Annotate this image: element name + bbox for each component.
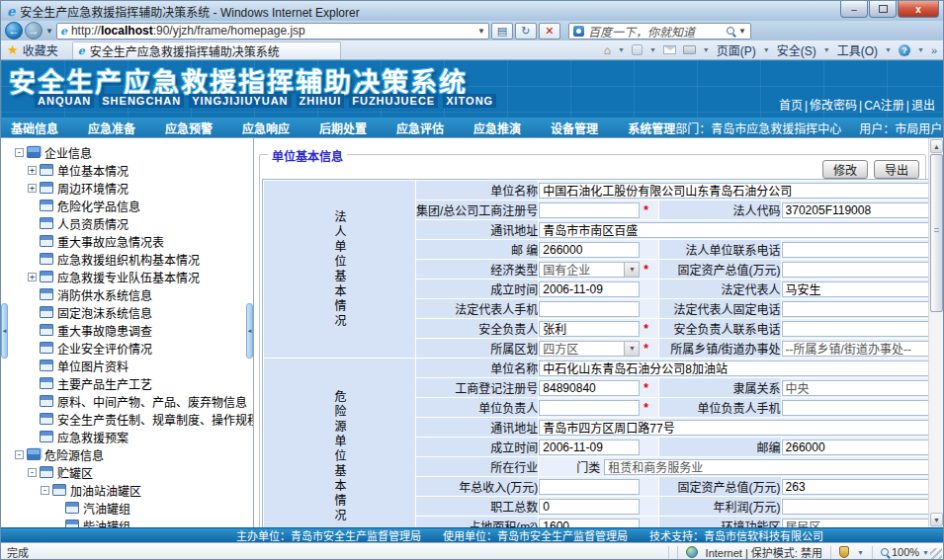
- field-input[interactable]: [782, 479, 943, 495]
- field-input[interactable]: [539, 281, 640, 297]
- field-input[interactable]: [782, 321, 943, 337]
- field-input[interactable]: [782, 400, 943, 416]
- field-input[interactable]: [782, 301, 943, 317]
- tree-item[interactable]: -加油站油罐区: [1, 481, 253, 499]
- tree-item[interactable]: 单位图片资料: [1, 357, 253, 374]
- menu-item-4[interactable]: 后期处置: [319, 120, 367, 136]
- help-icon[interactable]: ?: [899, 44, 910, 56]
- header-link-1[interactable]: 修改密码: [810, 99, 857, 113]
- chevron-down-icon[interactable]: ▼: [624, 342, 639, 356]
- field-input[interactable]: [539, 499, 640, 515]
- field-input[interactable]: [782, 440, 943, 455]
- menu-item-5[interactable]: 应急评估: [396, 120, 444, 136]
- modify-button[interactable]: 修改: [822, 160, 868, 179]
- safety-menu[interactable]: 安全(S): [777, 41, 816, 58]
- field-input[interactable]: [539, 242, 640, 258]
- tree-item[interactable]: +单位基本情况: [1, 161, 253, 179]
- tree-item[interactable]: 人员资质情况: [1, 214, 253, 232]
- field-input[interactable]: [539, 301, 640, 317]
- field-input[interactable]: [782, 499, 943, 515]
- browser-tab[interactable]: e 安全生产应急救援指挥辅助决策系统: [72, 41, 341, 59]
- tree-item[interactable]: +应急救援专业队伍基本情况: [1, 268, 253, 285]
- overflow-chevron-icon[interactable]: »: [931, 44, 937, 56]
- field-input[interactable]: [539, 380, 640, 396]
- refresh-button[interactable]: ↻: [515, 23, 537, 40]
- address-dropdown-icon[interactable]: ▼: [477, 27, 485, 36]
- home-dropdown-icon[interactable]: ▼: [618, 46, 625, 53]
- expand-icon[interactable]: +: [28, 166, 37, 175]
- content-scrollbar[interactable]: ▲ ▼: [928, 138, 943, 527]
- tree-item[interactable]: -贮罐区: [1, 463, 253, 481]
- tree-item[interactable]: 柴油罐组: [1, 517, 253, 527]
- favorites-label[interactable]: 收藏夹: [23, 41, 58, 58]
- resize-grip[interactable]: [930, 548, 942, 560]
- field-input[interactable]: [782, 281, 943, 297]
- scrollbar-thumb[interactable]: [930, 154, 943, 312]
- field-input[interactable]: [539, 183, 943, 199]
- collapse-icon[interactable]: -: [15, 148, 24, 157]
- field-input[interactable]: [539, 420, 943, 436]
- field-input[interactable]: [539, 202, 640, 218]
- tree-item[interactable]: 固定泡沫系统信息: [1, 303, 253, 321]
- mail-icon[interactable]: [663, 45, 676, 54]
- minimize-button[interactable]: –: [840, 1, 868, 18]
- field-input[interactable]: [782, 262, 943, 278]
- field-select[interactable]: 中央▼: [782, 380, 943, 396]
- tree-item[interactable]: 企业安全评价情况: [1, 339, 253, 357]
- favorites-star-icon[interactable]: ★: [7, 42, 19, 57]
- close-button[interactable]: x: [898, 1, 939, 18]
- chevron-down-icon[interactable]: ▼: [624, 263, 639, 277]
- field-input[interactable]: [539, 479, 640, 495]
- field-input[interactable]: [782, 202, 943, 218]
- tree-item[interactable]: 汽油罐组: [1, 499, 253, 517]
- tree-item[interactable]: -危险源信息: [1, 445, 253, 463]
- collapse-icon[interactable]: -: [15, 450, 24, 459]
- feeds-dropdown-icon[interactable]: ▼: [649, 46, 656, 53]
- smartscreen-shield-icon[interactable]: [839, 546, 849, 558]
- export-button[interactable]: 导出: [874, 160, 919, 179]
- tree-item[interactable]: -企业信息: [1, 143, 253, 161]
- field-input[interactable]: [539, 400, 640, 416]
- expand-icon[interactable]: +: [28, 184, 37, 193]
- panel-collapse-handle-left[interactable]: ◄: [1, 303, 8, 359]
- tree-item[interactable]: 重大事故隐患调查: [1, 321, 253, 339]
- search-box[interactable]: 百度一下，你就知道 ▼: [568, 23, 751, 40]
- menu-item-3[interactable]: 应急响应: [242, 120, 290, 136]
- menu-item-7[interactable]: 设备管理: [551, 120, 598, 136]
- scroll-down-icon[interactable]: ▼: [930, 513, 943, 526]
- menu-item-8[interactable]: 系统管理: [628, 120, 675, 136]
- field-select[interactable]: 国有企业▼: [539, 262, 640, 278]
- field-input[interactable]: [539, 321, 640, 337]
- zoom-control[interactable]: 100% ▼: [881, 546, 929, 558]
- feeds-icon[interactable]: [632, 44, 643, 55]
- menu-item-6[interactable]: 应急推演: [473, 120, 521, 136]
- header-link-2[interactable]: CA注册: [864, 99, 904, 113]
- tree-item[interactable]: 危险化学品信息: [1, 197, 253, 214]
- scroll-up-icon[interactable]: ▲: [930, 139, 943, 153]
- tree-item[interactable]: 安全生产责任制、规章制度、操作规程信息: [1, 410, 253, 428]
- field-input[interactable]: [782, 242, 943, 258]
- menu-item-1[interactable]: 应急准备: [88, 120, 135, 136]
- header-link-0[interactable]: 首页: [779, 99, 803, 113]
- search-dropdown-icon[interactable]: ▼: [738, 27, 746, 36]
- back-button[interactable]: ←: [5, 22, 23, 40]
- zoom-dropdown-icon[interactable]: ▼: [922, 549, 929, 556]
- print-dropdown-icon[interactable]: ▼: [703, 46, 710, 53]
- field-select[interactable]: 四方区▼: [539, 341, 640, 357]
- field-input[interactable]: [539, 360, 943, 376]
- tree-item[interactable]: 消防供水系统信息: [1, 285, 253, 303]
- home-icon[interactable]: ⌂: [604, 43, 611, 57]
- tree-item[interactable]: 原料、中间产物、产品、废弃物信息: [1, 392, 253, 410]
- field-select[interactable]: --所属乡镇/街道办事处--▼: [782, 341, 943, 357]
- field-select[interactable]: 居民区▼: [782, 519, 943, 528]
- compatibility-view-button[interactable]: ▤: [491, 23, 513, 40]
- header-link-3[interactable]: 退出: [911, 99, 935, 113]
- menu-item-2[interactable]: 应急预警: [165, 120, 213, 136]
- tree-item[interactable]: 应急救援组织机构基本情况: [1, 250, 253, 268]
- tools-menu[interactable]: 工具(O): [837, 41, 878, 58]
- field-input[interactable]: [539, 222, 943, 238]
- forward-button[interactable]: →: [25, 22, 43, 40]
- search-icon[interactable]: [727, 27, 734, 35]
- field-select[interactable]: 租赁和商务服务业▼: [604, 459, 943, 475]
- collapse-icon[interactable]: -: [41, 486, 49, 495]
